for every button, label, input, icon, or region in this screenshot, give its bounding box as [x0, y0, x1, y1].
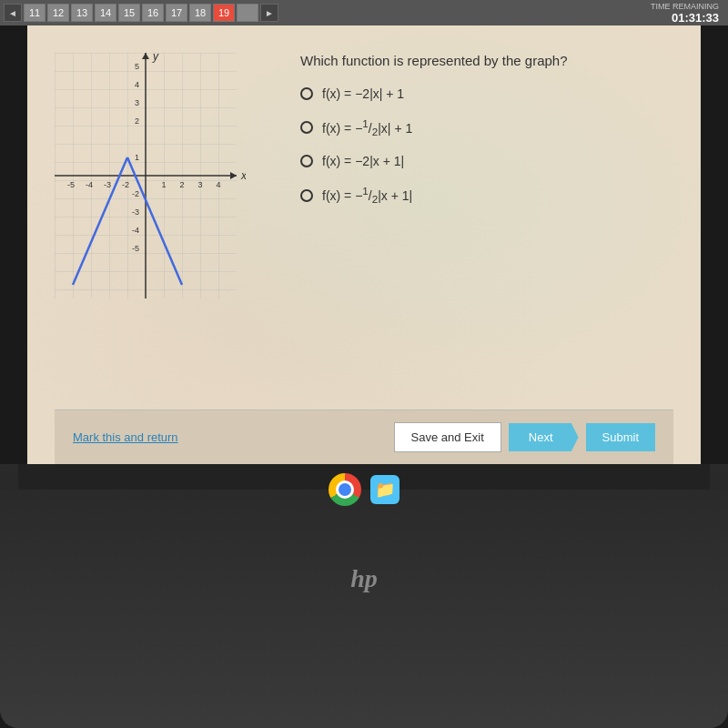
radio-opt3[interactable] — [300, 155, 313, 167]
svg-text:-4: -4 — [132, 226, 139, 235]
svg-text:5: 5 — [135, 62, 139, 71]
nav-num-12[interactable]: 12 — [47, 4, 69, 22]
svg-text:2: 2 — [135, 116, 139, 126]
svg-text:4: 4 — [135, 80, 139, 89]
chrome-icon[interactable] — [329, 473, 361, 506]
option-3-text: f(x) = −2|x + 1| — [322, 154, 404, 168]
question-text: Which function is represented by the gra… — [300, 53, 664, 68]
option-2[interactable]: f(x) = −1/2|x| + 1 — [300, 117, 664, 137]
svg-text:4: 4 — [216, 180, 220, 189]
nav-num-16[interactable]: 16 — [142, 4, 164, 22]
nav-num-19[interactable]: 19 — [213, 4, 235, 22]
option-3[interactable]: f(x) = −2|x + 1| — [300, 154, 664, 168]
svg-text:1: 1 — [135, 153, 139, 162]
svg-text:-5: -5 — [67, 180, 75, 189]
taskbar: 📁 — [329, 473, 399, 506]
bottom-bar: Mark this and return Save and Exit Next … — [55, 410, 673, 464]
svg-text:-2: -2 — [122, 180, 129, 189]
svg-text:1: 1 — [161, 180, 166, 189]
svg-text:-3: -3 — [132, 207, 139, 217]
next-button[interactable]: Next — [509, 423, 579, 451]
nav-num-18[interactable]: 18 — [189, 4, 211, 22]
svg-text:3: 3 — [197, 180, 202, 189]
coordinate-graph: y x -5 -4 -3 -2 1 2 3 4 5 4 3 2 1 - — [46, 44, 246, 308]
mark-return-link[interactable]: Mark this and return — [73, 430, 178, 444]
nav-num-15[interactable]: 15 — [118, 4, 140, 22]
svg-text:3: 3 — [135, 98, 139, 107]
radio-opt4[interactable] — [300, 189, 313, 202]
radio-opt2[interactable] — [300, 121, 313, 134]
graph-area: y x -5 -4 -3 -2 1 2 3 4 5 4 3 2 1 - — [46, 44, 264, 371]
bottom-buttons: Save and Exit Next Submit — [394, 422, 655, 452]
question-area: Which function is represented by the gra… — [282, 44, 682, 371]
nav-num-11[interactable]: 11 — [24, 4, 46, 22]
quiz-container: y x -5 -4 -3 -2 1 2 3 4 5 4 3 2 1 - — [27, 25, 701, 464]
radio-opt1[interactable] — [300, 87, 313, 100]
nav-next-arrow[interactable]: ► — [260, 4, 278, 22]
svg-text:x: x — [240, 169, 246, 182]
save-exit-button[interactable]: Save and Exit — [394, 422, 501, 452]
nav-num-20[interactable] — [237, 4, 258, 22]
option-1-text: f(x) = −2|x| + 1 — [322, 86, 404, 101]
nav-num-17[interactable]: 17 — [166, 4, 187, 22]
option-2-text: f(x) = −1/2|x| + 1 — [322, 117, 412, 137]
svg-text:-3: -3 — [104, 180, 111, 189]
svg-text:y: y — [152, 50, 159, 63]
option-4-text: f(x) = −1/2|x + 1| — [322, 185, 412, 205]
svg-text:-2: -2 — [132, 189, 139, 198]
files-icon[interactable]: 📁 — [370, 475, 399, 504]
svg-text:-4: -4 — [86, 180, 93, 189]
hp-logo: hp — [350, 564, 378, 593]
laptop-keyboard — [0, 490, 728, 728]
nav-prev-arrow[interactable]: ◄ — [4, 4, 22, 22]
nav-num-14[interactable]: 14 — [95, 4, 116, 22]
svg-text:-5: -5 — [132, 244, 139, 253]
option-4[interactable]: f(x) = −1/2|x + 1| — [300, 185, 664, 205]
main-content: y x -5 -4 -3 -2 1 2 3 4 5 4 3 2 1 - — [27, 25, 701, 389]
time-label: TIME REMAINING — [651, 2, 719, 11]
nav-num-13[interactable]: 13 — [71, 4, 93, 22]
time-display: 01:31:33 — [651, 11, 719, 25]
option-1[interactable]: f(x) = −2|x| + 1 — [300, 86, 664, 101]
svg-text:2: 2 — [179, 180, 184, 189]
submit-button[interactable]: Submit — [586, 423, 655, 451]
navigation-bar: ◄ 11 12 13 14 15 16 17 18 19 ► TIME REMA… — [0, 0, 728, 25]
